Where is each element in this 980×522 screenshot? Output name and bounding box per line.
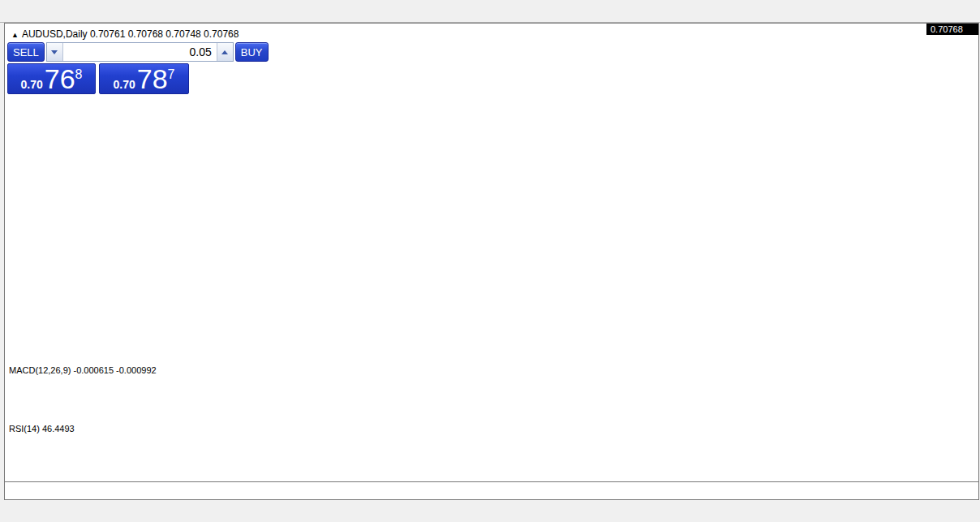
buy-price-display[interactable]: 0.70787 [99,63,189,94]
metatrader-window: ▲AUDUSD,Daily 0.70761 0.70768 0.70748 0.… [0,0,980,522]
one-click-trading-panel: SELL BUY 0.70768 0.70787 [7,42,189,94]
sell-price-sup: 8 [75,68,83,81]
sell-price-prefix: 0.70 [21,76,43,93]
chart-window: ▲AUDUSD,Daily 0.70761 0.70768 0.70748 0.… [4,23,979,500]
collapse-arrow-icon: ▲ [11,31,19,39]
volume-input[interactable] [63,43,217,61]
sell-price-big: 76 [45,65,75,93]
buy-price-sup: 7 [168,68,175,81]
volume-decrease-button[interactable] [47,43,63,61]
volume-increase-button[interactable] [217,43,233,61]
chart-title-text: AUDUSD,Daily 0.70761 0.70768 0.70748 0.7… [22,28,239,40]
triangle-up-icon [221,50,228,54]
chart-tab-bar [0,500,980,522]
buy-price-big: 78 [137,65,168,93]
date-axis[interactable] [5,481,978,499]
timeframe-toolbar [0,0,980,23]
sell-button[interactable]: SELL [7,42,45,62]
buy-price-prefix: 0.70 [114,76,135,93]
current-price-tag: 0.70768 [926,24,978,35]
chart-title: ▲AUDUSD,Daily 0.70761 0.70768 0.70748 0.… [11,28,239,40]
triangle-down-icon [51,50,58,54]
buy-button[interactable]: BUY [235,42,269,62]
sell-price-display[interactable]: 0.70768 [7,63,96,94]
volume-stepper [46,42,234,62]
